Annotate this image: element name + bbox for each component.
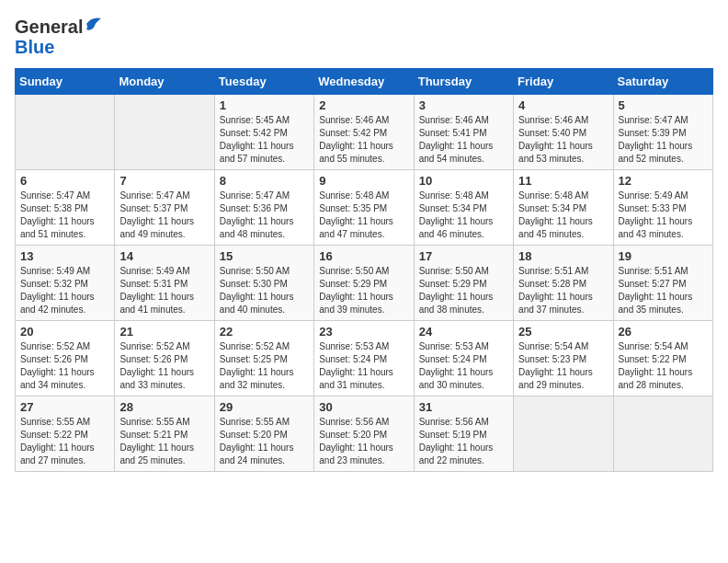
day-info: Sunrise: 5:48 AMSunset: 5:34 PMDaylight:… [518, 190, 608, 241]
calendar-cell: 12Sunrise: 5:49 AMSunset: 5:33 PMDayligh… [613, 170, 712, 246]
day-info: Sunrise: 5:51 AMSunset: 5:27 PMDaylight:… [619, 265, 708, 316]
day-number: 25 [518, 325, 608, 339]
calendar-cell: 30Sunrise: 5:56 AMSunset: 5:20 PMDayligh… [314, 396, 414, 472]
day-number: 28 [119, 400, 209, 414]
col-header-sunday: Sunday [16, 69, 115, 95]
day-info: Sunrise: 5:53 AMSunset: 5:24 PMDaylight:… [319, 340, 408, 392]
calendar-cell: 26Sunrise: 5:54 AMSunset: 5:22 PMDayligh… [613, 321, 712, 396]
day-info: Sunrise: 5:49 AMSunset: 5:32 PMDaylight:… [20, 265, 109, 316]
day-info: Sunrise: 5:50 AMSunset: 5:29 PMDaylight:… [319, 265, 408, 316]
calendar-cell: 2Sunrise: 5:46 AMSunset: 5:42 PMDaylight… [314, 95, 414, 170]
day-number: 13 [20, 249, 109, 263]
day-number: 3 [419, 98, 508, 112]
day-info: Sunrise: 5:54 AMSunset: 5:22 PMDaylight:… [619, 340, 708, 392]
day-info: Sunrise: 5:47 AMSunset: 5:39 PMDaylight:… [619, 114, 708, 166]
day-number: 14 [119, 249, 209, 263]
calendar-cell: 5Sunrise: 5:47 AMSunset: 5:39 PMDaylight… [613, 95, 712, 170]
col-header-friday: Friday [514, 69, 613, 95]
day-number: 20 [20, 325, 109, 339]
calendar-cell: 27Sunrise: 5:55 AMSunset: 5:22 PMDayligh… [16, 396, 115, 472]
calendar-cell: 24Sunrise: 5:53 AMSunset: 5:24 PMDayligh… [414, 321, 513, 396]
calendar-cell: 14Sunrise: 5:49 AMSunset: 5:31 PMDayligh… [115, 246, 214, 321]
day-number: 7 [119, 174, 209, 188]
day-info: Sunrise: 5:52 AMSunset: 5:26 PMDaylight:… [119, 340, 209, 392]
day-number: 30 [319, 400, 408, 414]
calendar-cell: 1Sunrise: 5:45 AMSunset: 5:42 PMDaylight… [214, 95, 313, 170]
calendar-cell: 8Sunrise: 5:47 AMSunset: 5:36 PMDaylight… [214, 170, 313, 246]
calendar-cell: 25Sunrise: 5:54 AMSunset: 5:23 PMDayligh… [514, 321, 613, 396]
logo-bird-icon [85, 15, 103, 33]
day-info: Sunrise: 5:50 AMSunset: 5:30 PMDaylight:… [220, 265, 309, 316]
col-header-saturday: Saturday [613, 69, 712, 95]
day-info: Sunrise: 5:45 AMSunset: 5:42 PMDaylight:… [220, 114, 309, 166]
col-header-monday: Monday [115, 69, 214, 95]
calendar-cell: 20Sunrise: 5:52 AMSunset: 5:26 PMDayligh… [16, 321, 115, 396]
calendar-cell: 22Sunrise: 5:52 AMSunset: 5:25 PMDayligh… [214, 321, 313, 396]
calendar-cell: 16Sunrise: 5:50 AMSunset: 5:29 PMDayligh… [314, 246, 414, 321]
day-info: Sunrise: 5:54 AMSunset: 5:23 PMDaylight:… [518, 340, 608, 392]
day-number: 21 [119, 325, 209, 339]
col-header-thursday: Thursday [414, 69, 513, 95]
day-info: Sunrise: 5:55 AMSunset: 5:22 PMDaylight:… [20, 416, 109, 467]
calendar-cell: 10Sunrise: 5:48 AMSunset: 5:34 PMDayligh… [414, 170, 513, 246]
calendar-week-1: 6Sunrise: 5:47 AMSunset: 5:38 PMDaylight… [16, 170, 713, 246]
day-info: Sunrise: 5:52 AMSunset: 5:25 PMDaylight:… [220, 340, 309, 392]
logo-text: General Blue [15, 15, 103, 57]
day-number: 17 [419, 249, 508, 263]
day-number: 1 [220, 98, 309, 112]
calendar-cell: 19Sunrise: 5:51 AMSunset: 5:27 PMDayligh… [613, 246, 712, 321]
day-info: Sunrise: 5:49 AMSunset: 5:31 PMDaylight:… [119, 265, 209, 316]
calendar-cell [115, 95, 214, 170]
day-info: Sunrise: 5:48 AMSunset: 5:35 PMDaylight:… [319, 190, 408, 241]
day-info: Sunrise: 5:51 AMSunset: 5:28 PMDaylight:… [518, 265, 608, 316]
calendar-cell: 13Sunrise: 5:49 AMSunset: 5:32 PMDayligh… [16, 246, 115, 321]
day-number: 22 [220, 325, 309, 339]
calendar-cell: 4Sunrise: 5:46 AMSunset: 5:40 PMDaylight… [514, 95, 613, 170]
day-info: Sunrise: 5:47 AMSunset: 5:36 PMDaylight:… [220, 190, 309, 241]
day-number: 5 [619, 98, 708, 112]
day-number: 12 [619, 174, 708, 188]
day-info: Sunrise: 5:49 AMSunset: 5:33 PMDaylight:… [619, 190, 708, 241]
calendar-cell [16, 95, 115, 170]
calendar-cell [514, 396, 613, 472]
day-number: 2 [319, 98, 408, 112]
day-info: Sunrise: 5:55 AMSunset: 5:20 PMDaylight:… [220, 416, 309, 467]
day-number: 16 [319, 249, 408, 263]
day-info: Sunrise: 5:46 AMSunset: 5:41 PMDaylight:… [419, 114, 508, 166]
day-number: 23 [319, 325, 408, 339]
day-info: Sunrise: 5:47 AMSunset: 5:38 PMDaylight:… [20, 190, 109, 241]
calendar-cell: 23Sunrise: 5:53 AMSunset: 5:24 PMDayligh… [314, 321, 414, 396]
day-number: 4 [518, 98, 608, 112]
day-number: 29 [220, 400, 309, 414]
calendar-cell: 28Sunrise: 5:55 AMSunset: 5:21 PMDayligh… [115, 396, 214, 472]
day-info: Sunrise: 5:56 AMSunset: 5:20 PMDaylight:… [319, 416, 408, 467]
logo-blue: Blue [15, 37, 54, 57]
calendar-cell: 21Sunrise: 5:52 AMSunset: 5:26 PMDayligh… [115, 321, 214, 396]
day-number: 19 [619, 249, 708, 263]
calendar-week-2: 13Sunrise: 5:49 AMSunset: 5:32 PMDayligh… [16, 246, 713, 321]
day-info: Sunrise: 5:53 AMSunset: 5:24 PMDaylight:… [419, 340, 508, 392]
day-info: Sunrise: 5:47 AMSunset: 5:37 PMDaylight:… [119, 190, 209, 241]
day-number: 10 [419, 174, 508, 188]
calendar-cell [613, 396, 712, 472]
day-number: 15 [220, 249, 309, 263]
day-info: Sunrise: 5:52 AMSunset: 5:26 PMDaylight:… [20, 340, 109, 392]
calendar-week-4: 27Sunrise: 5:55 AMSunset: 5:22 PMDayligh… [16, 396, 713, 472]
calendar-table: SundayMondayTuesdayWednesdayThursdayFrid… [15, 68, 713, 472]
calendar-week-0: 1Sunrise: 5:45 AMSunset: 5:42 PMDaylight… [16, 95, 713, 170]
day-number: 11 [518, 174, 608, 188]
day-info: Sunrise: 5:48 AMSunset: 5:34 PMDaylight:… [419, 190, 508, 241]
calendar-cell: 3Sunrise: 5:46 AMSunset: 5:41 PMDaylight… [414, 95, 513, 170]
day-number: 9 [319, 174, 408, 188]
day-number: 24 [419, 325, 508, 339]
day-info: Sunrise: 5:56 AMSunset: 5:19 PMDaylight:… [419, 416, 508, 467]
calendar-cell: 31Sunrise: 5:56 AMSunset: 5:19 PMDayligh… [414, 396, 513, 472]
day-info: Sunrise: 5:55 AMSunset: 5:21 PMDaylight:… [119, 416, 209, 467]
logo: General Blue [15, 15, 103, 57]
day-number: 31 [419, 400, 508, 414]
day-info: Sunrise: 5:46 AMSunset: 5:40 PMDaylight:… [518, 114, 608, 166]
logo-general: General [15, 17, 83, 37]
col-header-wednesday: Wednesday [314, 69, 414, 95]
day-number: 8 [220, 174, 309, 188]
calendar-week-3: 20Sunrise: 5:52 AMSunset: 5:26 PMDayligh… [16, 321, 713, 396]
